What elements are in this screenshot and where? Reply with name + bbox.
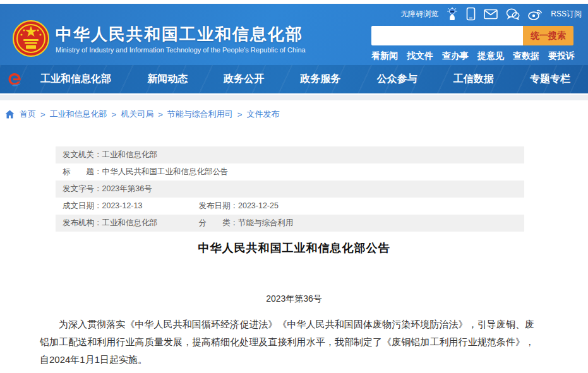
meta-row-dates: 成文日期：2023-12-13 发布日期：2023-12-25 — [56, 198, 524, 215]
wechat-icon[interactable] — [506, 8, 520, 20]
quick-link-files[interactable]: 找文件 — [407, 50, 433, 62]
breadcrumb-departments[interactable]: 机关司局 — [121, 109, 153, 120]
quick-link-complaint[interactable]: 要投诉 — [548, 50, 575, 62]
quick-link-suggest[interactable]: 提意见 — [477, 50, 504, 62]
mobile-icon[interactable] — [466, 7, 476, 21]
meta-label: 发布机构： — [63, 218, 102, 227]
meta-row-doc-number: 发文字号：2023年第36号 — [56, 181, 524, 198]
meta-value: 2023-12-13 — [102, 201, 143, 210]
breadcrumb-miit[interactable]: 工业和信息化部 — [50, 109, 107, 120]
meta-value: 工业和信息化部 — [102, 218, 158, 227]
meta-label: 发布日期： — [198, 201, 238, 210]
accessibility-mascot-icon[interactable] — [447, 7, 458, 21]
meta-label: 成文日期： — [63, 201, 102, 210]
breadcrumb-separator: > — [158, 110, 163, 119]
meta-row-issuing-authority: 发文机关：工业和信息化部 — [56, 146, 524, 163]
breadcrumb-home[interactable]: 首页 — [20, 109, 36, 120]
breadcrumb-energy-dept[interactable]: 节能与综合利用司 — [167, 109, 233, 120]
meta-label: 发文机关： — [63, 150, 102, 159]
nav-item-gov-service[interactable]: 政务服务 — [300, 73, 340, 86]
breadcrumb-separator: > — [112, 110, 117, 119]
document-number: 2023年第36号 — [0, 293, 588, 305]
topbar: 无障碍浏览 — [400, 6, 582, 22]
meta-label: 标 题： — [63, 167, 102, 176]
quick-link-data[interactable]: 查数据 — [513, 50, 539, 62]
search-input[interactable] — [371, 26, 523, 45]
nav-item-gov-open[interactable]: 政务公开 — [224, 73, 264, 86]
breadcrumb-separator: > — [237, 110, 243, 119]
home-icon[interactable] — [5, 110, 15, 119]
accessibility-link[interactable]: 无障碍浏览 — [400, 9, 438, 20]
quick-link-services[interactable]: 查办事 — [442, 50, 469, 62]
header-divider — [0, 95, 588, 100]
national-emblem-logo[interactable] — [13, 20, 49, 57]
quick-links: 看新闻 找文件 查办事 提意见 查数据 要投诉 — [371, 50, 575, 62]
site-subtitle: Ministry of Industry and Information Tec… — [56, 46, 306, 54]
meta-value: 工业和信息化部 — [102, 150, 158, 159]
document-meta-table: 发文机关：工业和信息化部 标 题：中华人民共和国工业和信息化部公告 发文字号：2… — [56, 146, 524, 232]
nav-item-participation[interactable]: 公众参与 — [377, 73, 417, 86]
meta-label: 分 类： — [198, 218, 238, 227]
nav-items: 工业和信息化部 新闻动态 政务公开 政务服务 公众参与 工信数据 专题专栏 — [40, 73, 570, 86]
mail-icon[interactable] — [484, 9, 498, 20]
meta-label: 发文字号： — [63, 184, 102, 193]
document-title: 中华人民共和国工业和信息化部公告 — [0, 240, 588, 256]
site-title: 中华人民共和国工业和信息化部 — [56, 25, 306, 44]
site-header: 无障碍浏览 — [0, 4, 588, 65]
meta-value: 2023年第36号 — [102, 184, 152, 193]
meta-value: 中华人民共和国工业和信息化部公告 — [102, 167, 229, 176]
meta-row-publisher-category: 发布机构：工业和信息化部 分 类：节能与综合利用 — [56, 215, 524, 232]
breadcrumb-separator: > — [40, 110, 45, 119]
unified-search-button[interactable]: 统一搜索 — [523, 26, 573, 45]
nav-item-news[interactable]: 新闻动态 — [147, 73, 188, 86]
meta-value: 2023-12-25 — [238, 201, 279, 210]
search-bar: 统一搜索 — [371, 26, 573, 45]
breadcrumb: 首页 > 工业和信息化部 > 机关司局 > 节能与综合利用司 > 文件发布 — [5, 109, 279, 120]
main-nav: 工业和信息化部 新闻动态 政务公开 政务服务 公众参与 工信数据 专题专栏 — [0, 65, 588, 93]
rss-link[interactable]: RSS订阅 — [551, 9, 582, 20]
meta-value: 节能与综合利用 — [238, 218, 294, 227]
nav-item-miit[interactable]: 工业和信息化部 — [40, 73, 111, 86]
breadcrumb-doc-release[interactable]: 文件发布 — [246, 109, 279, 120]
quick-link-news[interactable]: 看新闻 — [371, 50, 398, 62]
site-logo-text[interactable]: 中华人民共和国工业和信息化部 Ministry of Industry and … — [56, 25, 306, 54]
red-swirl-logo-icon — [6, 71, 23, 88]
nav-item-data[interactable]: 工信数据 — [453, 73, 494, 86]
document-body-paragraph: 为深入贯彻落实《中华人民共和国循环经济促进法》《中华人民共和国固体废物污染环境防… — [40, 316, 534, 369]
weibo-icon[interactable] — [528, 8, 543, 20]
meta-row-title: 标 题：中华人民共和国工业和信息化部公告 — [56, 163, 524, 181]
nav-item-topics[interactable]: 专题专栏 — [530, 73, 570, 86]
